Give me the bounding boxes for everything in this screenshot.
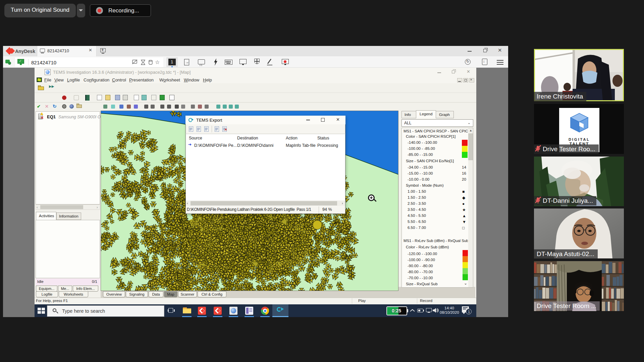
- svg-text:DIGITAL: DIGITAL: [569, 137, 590, 141]
